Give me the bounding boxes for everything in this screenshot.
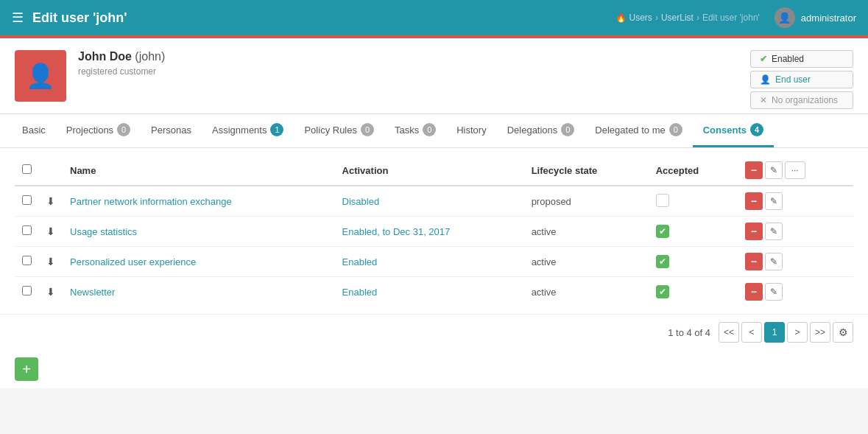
- activation-link[interactable]: Disabled: [342, 196, 380, 207]
- username-label: administrator: [801, 13, 856, 24]
- remove-button[interactable]: −: [745, 283, 763, 301]
- pagination-info: 1 to 4 of 4: [668, 327, 710, 338]
- user-fullname: John Doe (john): [78, 50, 853, 63]
- user-card: 👤 John Doe (john) registered customer ✔ …: [0, 38, 868, 114]
- avatar: 👤: [775, 7, 795, 28]
- activation-link[interactable]: Enabled, to Dec 31, 2017: [342, 226, 451, 237]
- edit-button[interactable]: ✎: [765, 253, 783, 270]
- person-icon: ⬇: [46, 225, 55, 237]
- col-actions: − ✎ ···: [738, 155, 853, 186]
- page-settings-button[interactable]: ⚙: [833, 322, 853, 343]
- tab-consents[interactable]: Consents 4: [693, 114, 774, 147]
- col-accepted: Accepted: [649, 155, 738, 186]
- enabled-badge[interactable]: ✔ Enabled: [750, 50, 853, 68]
- page-next-button[interactable]: >: [787, 322, 808, 343]
- check-icon: ✔: [760, 54, 767, 64]
- user-avatar-large: 👤: [15, 50, 66, 102]
- avatar-icon: 👤: [26, 62, 55, 90]
- tab-assignments-badge: 1: [270, 123, 283, 136]
- page-title: Edit user 'john': [32, 10, 615, 26]
- tab-delegated-badge: 0: [669, 123, 682, 136]
- no-orgs-badge[interactable]: ✕ No organizations: [750, 91, 853, 109]
- breadcrumb-current: Edit user 'john': [702, 13, 760, 23]
- accepted-checkbox: ✔: [656, 255, 669, 268]
- accepted-checkbox: ✔: [656, 285, 669, 298]
- tab-delegations[interactable]: Delegations 0: [497, 114, 585, 147]
- breadcrumb: 🔥 Users › UserList › Edit user 'john': [615, 13, 760, 23]
- user-role: registered customer: [78, 66, 853, 77]
- header-more-button[interactable]: ···: [785, 161, 805, 179]
- tab-policy-rules-badge: 0: [361, 123, 374, 136]
- add-btn-row: +: [0, 350, 868, 388]
- tab-personas[interactable]: Personas: [141, 116, 202, 147]
- breadcrumb-userlist[interactable]: UserList: [661, 13, 694, 23]
- header-remove-button[interactable]: −: [745, 161, 763, 179]
- table-row: ⬇ Personalized user experience Enabled a…: [15, 247, 853, 277]
- table-container: Name Activation Lifecycle state Accepted…: [0, 148, 868, 314]
- lifecycle-state: active: [524, 277, 649, 307]
- page-last-button[interactable]: >>: [810, 322, 830, 343]
- tab-delegations-badge: 0: [561, 123, 574, 136]
- header-edit-button[interactable]: ✎: [765, 161, 783, 179]
- user-info: John Doe (john) registered customer: [78, 50, 853, 77]
- lifecycle-state: active: [524, 247, 649, 277]
- tab-basic[interactable]: Basic: [12, 116, 56, 147]
- accepted-checkbox: ✔: [656, 225, 669, 238]
- tab-history[interactable]: History: [446, 116, 496, 147]
- pagination: 1 to 4 of 4 << < 1 > >> ⚙: [0, 314, 868, 350]
- user-badges: ✔ Enabled 👤 End user ✕ No organizations: [750, 50, 853, 109]
- col-lifecycle: Lifecycle state: [524, 155, 649, 186]
- row-checkbox[interactable]: [22, 256, 32, 265]
- table-row: ⬇ Partner network information exchange D…: [15, 186, 853, 217]
- tab-projections[interactable]: Projections 0: [56, 114, 141, 147]
- tab-tasks[interactable]: Tasks 0: [384, 114, 446, 147]
- row-checkbox[interactable]: [22, 286, 32, 295]
- table-row: ⬇ Newsletter Enabled active ✔ − ✎: [15, 277, 853, 307]
- tab-delegated-to-me[interactable]: Delegated to me 0: [585, 114, 692, 147]
- remove-button[interactable]: −: [745, 192, 763, 210]
- person-icon: ⬇: [46, 286, 55, 298]
- select-all-checkbox[interactable]: [22, 164, 32, 174]
- table-row: ⬇ Usage statistics Enabled, to Dec 31, 2…: [15, 217, 853, 247]
- consent-name-link[interactable]: Newsletter: [70, 287, 115, 298]
- user-menu[interactable]: 👤 administrator: [775, 7, 856, 28]
- consents-table: Name Activation Lifecycle state Accepted…: [15, 155, 853, 307]
- tab-policy-rules[interactable]: Policy Rules 0: [294, 114, 384, 147]
- activation-link[interactable]: Enabled: [342, 256, 378, 267]
- remove-button[interactable]: −: [745, 223, 763, 240]
- tab-assignments[interactable]: Assignments 1: [202, 114, 294, 147]
- page-current-button[interactable]: 1: [764, 322, 785, 343]
- fire-icon: 🔥: [615, 13, 627, 23]
- breadcrumb-arrow1: ›: [655, 13, 658, 23]
- tab-projections-badge: 0: [117, 123, 130, 136]
- menu-icon[interactable]: ☰: [12, 10, 24, 26]
- edit-button[interactable]: ✎: [765, 192, 783, 210]
- tab-consents-badge: 4: [750, 123, 763, 136]
- row-checkbox[interactable]: [22, 195, 32, 205]
- edit-button[interactable]: ✎: [765, 283, 783, 301]
- page-first-button[interactable]: <<: [719, 322, 739, 343]
- end-user-badge[interactable]: 👤 End user: [750, 71, 853, 88]
- consent-name-link[interactable]: Personalized user experience: [70, 256, 196, 267]
- breadcrumb-users[interactable]: Users: [629, 13, 652, 23]
- person-icon: ⬇: [46, 195, 55, 207]
- col-select-all: [15, 155, 39, 186]
- remove-button[interactable]: −: [745, 253, 763, 270]
- row-checkbox[interactable]: [22, 225, 32, 235]
- add-button[interactable]: +: [15, 357, 38, 381]
- edit-button[interactable]: ✎: [765, 223, 783, 240]
- tabs-bar: Basic Projections 0 Personas Assignments…: [0, 114, 868, 148]
- col-icon: [39, 155, 63, 186]
- lifecycle-state: proposed: [524, 186, 649, 217]
- header: ☰ Edit user 'john' 🔥 Users › UserList › …: [0, 0, 868, 35]
- person-icon: 👤: [760, 74, 771, 85]
- consent-name-link[interactable]: Usage statistics: [70, 226, 137, 237]
- col-activation: Activation: [335, 155, 524, 186]
- page-prev-button[interactable]: <: [741, 322, 762, 343]
- lifecycle-state: active: [524, 217, 649, 247]
- activation-link[interactable]: Enabled: [342, 287, 378, 298]
- consent-name-link[interactable]: Partner network information exchange: [70, 196, 232, 207]
- user-username: (john): [135, 50, 165, 63]
- breadcrumb-arrow2: ›: [696, 13, 699, 23]
- accepted-checkbox: [656, 194, 669, 207]
